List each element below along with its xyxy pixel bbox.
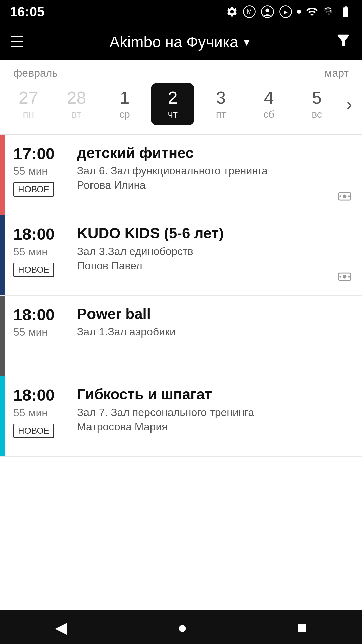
home-button[interactable]: ● (167, 615, 197, 640)
day-num: 5 (312, 88, 322, 107)
day-label: вт (72, 109, 81, 120)
class-info: Гибкость и шпагат Зал 7. Зал персонально… (72, 376, 362, 456)
class-info: детский фитнес Зал 6. Зал функциональног… (72, 135, 362, 215)
svg-point-8 (339, 195, 341, 197)
day-num: 4 (264, 88, 274, 107)
class-title: детский фитнес (77, 145, 355, 161)
left-month: февраль (13, 67, 58, 79)
time-column: 18:00 55 минНОВОЕ (5, 215, 72, 295)
signal-icon (323, 6, 335, 17)
wifi-icon (306, 5, 318, 18)
location-title[interactable]: Akimbo на Фучика ▾ (109, 33, 249, 51)
day-label: вс (312, 109, 322, 120)
schedule-item[interactable]: 17:00 55 минНОВОЕдетский фитнес Зал 6. З… (0, 135, 362, 215)
time-column: 18:00 55 мин (5, 296, 72, 376)
new-badge: НОВОЕ (13, 182, 54, 197)
filter-icon[interactable] (335, 32, 352, 53)
money-icon (337, 189, 352, 207)
day-item-27[interactable]: 27 пн (7, 83, 50, 125)
bottom-nav: ◀ ● ■ (0, 610, 362, 644)
day-num: 28 (67, 88, 86, 107)
calendar-next-arrow[interactable]: › (343, 92, 355, 117)
right-month: март (324, 67, 349, 79)
svg-text:M: M (247, 8, 252, 15)
schedule-list: 17:00 55 минНОВОЕдетский фитнес Зал 6. З… (0, 135, 362, 490)
day-num: 1 (120, 88, 129, 107)
status-bar: 16:05 M ▶ (0, 0, 362, 23)
class-title: Power ball (77, 306, 355, 322)
svg-point-11 (343, 275, 347, 279)
class-trainer: Матросова Мария (77, 421, 355, 433)
settings-icon (226, 6, 238, 18)
schedule-item[interactable]: 18:00 55 минPower ball Зал 1.Зал аэробик… (0, 296, 362, 376)
dot-indicator (297, 10, 301, 14)
class-trainer: Попов Павел (77, 260, 355, 272)
day-num: 3 (216, 88, 226, 107)
day-label: сб (263, 109, 274, 120)
more-icon: M (243, 5, 256, 18)
back-button[interactable]: ◀ (45, 614, 77, 640)
svg-point-9 (348, 195, 350, 197)
menu-button[interactable]: ☰ (10, 34, 24, 50)
class-time: 18:00 (13, 306, 55, 324)
class-color-bar (0, 376, 5, 456)
schedule-item[interactable]: 18:00 55 минНОВОЕГибкость и шпагат Зал 7… (0, 376, 362, 457)
recent-button[interactable]: ■ (287, 615, 317, 640)
class-duration: 55 мин (13, 326, 48, 338)
class-room: Зал 3.Зал единоборств (77, 245, 355, 258)
class-duration: 55 мин (13, 407, 48, 419)
class-title: Гибкость и шпагат (77, 386, 355, 403)
day-label: пн (23, 109, 34, 120)
svg-point-13 (348, 276, 350, 278)
day-label: ср (119, 109, 130, 120)
class-time: 17:00 (13, 145, 55, 163)
class-info: KUDO KIDS (5-6 лет) Зал 3.Зал единоборст… (72, 215, 362, 295)
class-color-bar (0, 215, 5, 295)
status-time: 16:05 (10, 4, 44, 19)
day-item-2[interactable]: 2 чт (151, 83, 194, 125)
day-label: чт (168, 109, 178, 120)
battery-icon (339, 5, 352, 18)
day-item-5[interactable]: 5 вс (295, 83, 339, 125)
new-badge: НОВОЕ (13, 263, 54, 277)
status-icons: M ▶ (226, 5, 352, 18)
class-title: KUDO KIDS (5-6 лет) (77, 225, 355, 242)
class-info: Power ball Зал 1.Зал аэробики (72, 296, 362, 376)
new-badge: НОВОЕ (13, 424, 54, 438)
day-item-3[interactable]: 3 пт (199, 83, 243, 125)
class-color-bar (0, 135, 5, 215)
time-column: 17:00 55 минНОВОЕ (5, 135, 72, 215)
money-icon (337, 269, 352, 287)
day-item-4[interactable]: 4 сб (247, 83, 291, 125)
svg-text:▶: ▶ (284, 9, 288, 15)
time-column: 18:00 55 минНОВОЕ (5, 376, 72, 456)
class-duration: 55 мин (13, 165, 48, 177)
class-room: Зал 6. Зал функционального тренинга (77, 165, 355, 177)
svg-point-12 (339, 276, 341, 278)
class-color-bar (0, 296, 5, 376)
day-item-1[interactable]: 1 ср (103, 83, 146, 125)
day-label: пт (216, 109, 226, 120)
day-item-28[interactable]: 28 вт (55, 83, 98, 125)
class-time: 18:00 (13, 225, 55, 244)
calendar-section: февраль март 27 пн28 вт1 ср2 чт3 пт4 сб5… (0, 60, 362, 135)
top-bar: ☰ Akimbo на Фучика ▾ (0, 23, 362, 60)
day-num: 27 (19, 88, 38, 107)
radio-icon: ▶ (279, 5, 292, 18)
schedule-item[interactable]: 18:00 55 минНОВОЕKUDO KIDS (5-6 лет) Зал… (0, 215, 362, 296)
class-room: Зал 7. Зал персонального тренинга (77, 406, 355, 419)
days-row: 27 пн28 вт1 ср2 чт3 пт4 сб5 вс› (0, 83, 362, 131)
svg-point-7 (343, 195, 347, 198)
class-room: Зал 1.Зал аэробики (77, 326, 355, 338)
svg-point-3 (265, 8, 269, 12)
class-duration: 55 мин (13, 246, 48, 258)
class-trainer: Рогова Илина (77, 179, 355, 192)
day-num: 2 (168, 88, 178, 107)
chevron-down-icon: ▾ (244, 35, 250, 49)
person-icon (261, 5, 274, 18)
location-name: Akimbo на Фучика (109, 33, 238, 51)
class-time: 18:00 (13, 386, 55, 405)
month-labels: февраль март (0, 60, 362, 83)
